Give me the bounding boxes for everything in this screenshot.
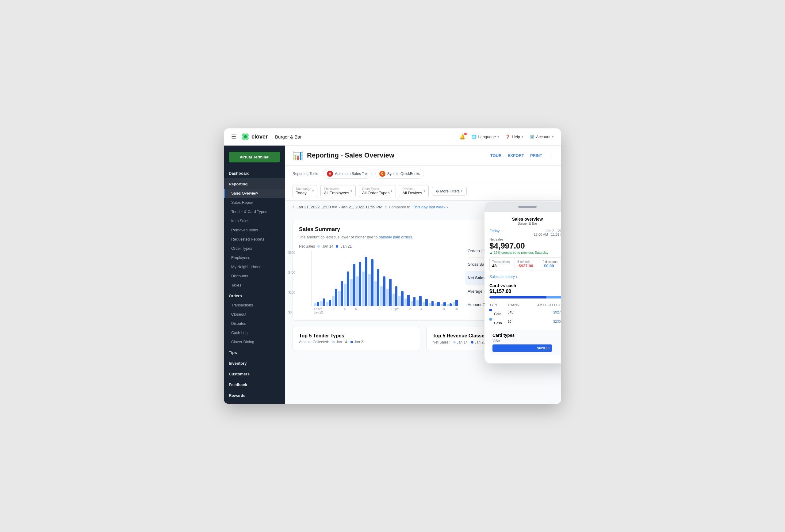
bar-jan21: [383, 276, 385, 306]
sidebar-item-tender-card-types[interactable]: Tender & Card Types: [224, 207, 285, 216]
sidebar-item-requested-reports[interactable]: Requested Reports: [224, 235, 285, 244]
bar-group: [392, 286, 398, 306]
date-prev-button[interactable]: ‹: [293, 205, 294, 210]
bar-group: [320, 298, 325, 306]
bar-group: [423, 299, 428, 305]
jan21-legend-label: Jan 21: [341, 244, 352, 248]
jan14-legend-dot: [318, 245, 320, 248]
bar-jan21: [371, 259, 374, 306]
bar-jan14: [453, 302, 455, 306]
sidebar-item-item-sales[interactable]: Item Sales: [224, 216, 285, 225]
mobile-time: 12:00 AM - 11:59 PM: [534, 233, 561, 236]
mobile-net-sales-value: $4,997.00: [489, 241, 561, 251]
sidebar-item-rewards[interactable]: Rewards: [224, 390, 285, 400]
date-next-button[interactable]: ›: [385, 205, 386, 210]
sidebar-item-closeout[interactable]: Closeout: [224, 310, 285, 319]
bar-jan21: [365, 257, 368, 306]
bar-jan14: [386, 289, 389, 306]
date-range-filter[interactable]: Date range Today ▾: [293, 185, 318, 197]
bar-group: [338, 281, 344, 306]
print-button[interactable]: PRINT: [530, 153, 542, 158]
sync-quickbooks-button[interactable]: Q Sync to QuickBooks: [375, 169, 424, 179]
bar-group: [314, 302, 319, 306]
card-progress-bar: [489, 296, 547, 298]
mobile-notch: [518, 206, 537, 208]
sidebar-item-dashboard[interactable]: Dashboard: [224, 167, 285, 178]
more-options-icon[interactable]: ⋮: [548, 152, 554, 159]
bar-group: [416, 296, 422, 306]
bar-group: [398, 291, 404, 306]
sidebar-item-my-neighborhood[interactable]: My Neighborhood: [224, 262, 285, 271]
sidebar-item-discounts[interactable]: Discounts: [224, 271, 285, 281]
account-button[interactable]: ⚙️ Account ▾: [530, 135, 554, 139]
compare-value[interactable]: This day last week ▾: [413, 205, 449, 209]
mobile-stat-refunds: 6 refunds -$927.00: [515, 258, 540, 271]
sidebar-item-reporting[interactable]: Reporting: [224, 178, 285, 189]
sidebar-item-disputes[interactable]: Disputes: [224, 319, 285, 328]
filters-bar: Date range Today ▾ Employees All Employe…: [285, 182, 561, 201]
bar-jan21: [419, 296, 422, 306]
virtual-terminal-button[interactable]: Virtual Terminal: [229, 152, 280, 162]
store-name: Burger & Bar: [275, 134, 302, 139]
tender-jan21-dot: [351, 341, 353, 343]
bar-jan14: [368, 274, 371, 306]
qb-logo: Q: [379, 171, 385, 177]
notification-icon[interactable]: 🔔: [459, 134, 465, 140]
bar-jan14: [398, 296, 401, 306]
sidebar-item-sales-overview[interactable]: Sales Overview: [224, 189, 285, 198]
sidebar-item-cash-log[interactable]: Cash Log: [224, 328, 285, 338]
reporting-tools-label: Reporting Tools: [293, 171, 318, 176]
help-button[interactable]: ❓ Help ▾: [505, 135, 524, 139]
mobile-sales-summary-link[interactable]: Sales summary ›: [489, 274, 561, 279]
sidebar-item-transactions[interactable]: Transactions: [224, 301, 285, 310]
language-chevron-icon: ▾: [497, 135, 499, 139]
sidebar-item-tips[interactable]: Tips: [224, 347, 285, 357]
card-type-dot: [489, 309, 492, 311]
bar-jan14: [423, 302, 425, 306]
sidebar-item-orders[interactable]: Orders: [224, 290, 285, 301]
mobile-date: Jan 21, 2022: [534, 229, 561, 233]
sidebar-item-customers[interactable]: Customers: [224, 368, 285, 379]
bar-jan14: [326, 302, 328, 306]
devices-filter[interactable]: Devices All Devices ▾: [399, 185, 428, 197]
bar-jan14: [441, 304, 443, 305]
language-button[interactable]: 🌐 Language ▾: [472, 135, 499, 139]
employees-filter[interactable]: Employees All Employees ▾: [321, 185, 355, 197]
partially-paid-link[interactable]: partially paid orders: [379, 235, 412, 239]
bar-jan21: [359, 262, 361, 306]
sidebar-item-sales-report[interactable]: Sales Report: [224, 198, 285, 207]
bar-group: [326, 300, 331, 305]
bar-jan21: [425, 299, 428, 305]
tour-button[interactable]: TOUR: [490, 153, 502, 158]
avt-logo: A: [327, 171, 333, 177]
bar-jan21: [413, 297, 416, 306]
sidebar-item-order-types[interactable]: Order Types: [224, 244, 285, 253]
order-types-filter[interactable]: Order Types All Order Types ▾: [359, 185, 396, 197]
page-title-area: 📊 Reporting - Sales Overview: [293, 151, 394, 161]
notification-badge: [464, 133, 467, 135]
automate-sales-tax-button[interactable]: A Automate Sales Tax: [323, 169, 372, 179]
more-filters-chevron-icon: ▾: [461, 189, 463, 193]
bar-jan14: [374, 281, 377, 306]
export-button[interactable]: EXPORT: [508, 153, 524, 158]
bar-jan14: [338, 291, 341, 306]
bar-jan14: [392, 294, 395, 306]
bar-jan21: [323, 298, 325, 306]
sidebar-item-inventory[interactable]: Inventory: [224, 357, 285, 368]
bar-jan21: [437, 302, 440, 306]
sidebar-item-taxes[interactable]: Taxes: [224, 281, 285, 290]
bar-jan14: [404, 298, 407, 306]
jan21-legend-dot: [336, 245, 338, 248]
sidebar-item-clover-dining[interactable]: Clover Dining: [224, 338, 285, 347]
revenue-jan14-dot: [453, 341, 456, 344]
more-filters-button[interactable]: ⚙ More Filters ▾: [432, 187, 467, 195]
type-header: TYPE: [489, 302, 507, 308]
date-range-chevron-icon: ▾: [312, 189, 314, 193]
card-types-section: Card types VISA $628.00: [489, 330, 561, 355]
sidebar-item-removed-items[interactable]: Removed Items: [224, 225, 285, 235]
menu-icon[interactable]: ☰: [231, 133, 236, 140]
bar-group: [374, 269, 380, 306]
sidebar-item-feedback[interactable]: Feedback: [224, 379, 285, 390]
sidebar-item-employees[interactable]: Employees: [224, 253, 285, 262]
compare-label: Compared to: [389, 205, 410, 209]
